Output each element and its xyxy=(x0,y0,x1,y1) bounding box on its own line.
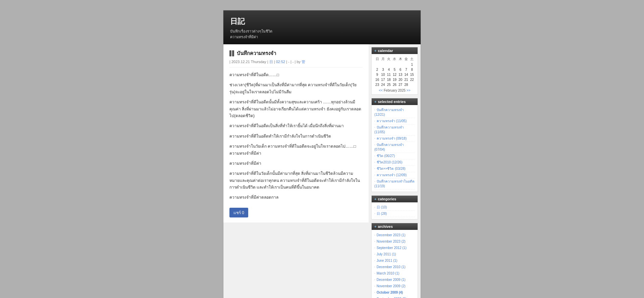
post-category[interactable]: 日 xyxy=(269,60,273,64)
post-para-1: ความทรงจำที่ดีในอดีต……□ xyxy=(229,71,363,78)
archives-widget: + archives December 2023 (1)November 202… xyxy=(371,223,418,298)
calendar-nav: << February 2025 >> xyxy=(374,89,415,92)
selected-entry-link[interactable]: บันทึกความทรงจำ (07/04) xyxy=(374,143,404,151)
selected-entry-link[interactable]: ชีวิต (06/27) xyxy=(377,154,395,158)
post-title: บันทึกความทรงจำ xyxy=(237,49,276,57)
selected-entry-item[interactable]: ความทรงจำ (11/05) xyxy=(374,118,415,125)
selected-entry-item[interactable]: ความทรงจำ (12/09) xyxy=(374,172,415,179)
categories-widget: + categories 日 (10)日 (28) xyxy=(371,195,418,219)
archive-link[interactable]: September 2012 (1) xyxy=(377,246,407,250)
cal-day-cell[interactable]: 26 xyxy=(392,82,397,87)
post-time[interactable]: 02:52 xyxy=(276,60,285,64)
selected-entry-item[interactable]: ชีวิต××ชีวิต (03/28) xyxy=(374,166,415,172)
cal-day-cell[interactable]: 15 xyxy=(409,72,415,77)
archive-item[interactable]: September 2009 (5) xyxy=(374,296,415,298)
post-date: 2023.12.21 Thursday xyxy=(231,60,266,64)
post-icon-bar2 xyxy=(232,50,234,56)
selected-entry-link[interactable]: ความทรงจำ (12/09) xyxy=(377,173,407,177)
archive-item[interactable]: December 2009 (1) xyxy=(374,277,415,283)
archive-link[interactable]: December 2009 (1) xyxy=(377,278,406,282)
cal-day-cell[interactable]: 18 xyxy=(386,77,392,82)
archive-link[interactable]: March 2010 (1) xyxy=(377,271,399,275)
cal-day-cell[interactable]: 17 xyxy=(380,77,386,82)
archive-link[interactable]: November 2009 (2) xyxy=(377,284,406,288)
cal-day-cell[interactable]: 10 xyxy=(380,72,386,77)
calendar-widget: + calendar 日 月 火 水 木 金 xyxy=(371,47,418,95)
selected-entry-item[interactable]: บันทึกความทรงจำในอดีต (11/19) xyxy=(374,179,415,190)
cal-day-cell[interactable]: 13 xyxy=(397,72,403,77)
selected-entries-list: บันทึกความทรงจำ (12/21)ความทรงจำ (11/05)… xyxy=(374,107,415,190)
cal-day-cell[interactable]: 21 xyxy=(403,77,409,82)
post-para-4: ความทรงจำที่ดีในอดีตเป็นสิ่งที่ทำให้เราย… xyxy=(229,122,363,129)
cal-day-cell[interactable]: 28 xyxy=(403,82,409,87)
selected-entry-link[interactable]: ชีวิต××ชีวิต (03/28) xyxy=(377,167,406,170)
archive-link[interactable]: June 2011 (1) xyxy=(377,259,397,262)
archive-item[interactable]: June 2011 (1) xyxy=(374,257,415,264)
archive-item[interactable]: March 2010 (1) xyxy=(374,270,415,277)
cal-day-cell[interactable]: 12 xyxy=(392,72,397,77)
cal-day-cell[interactable]: 23 xyxy=(374,82,380,87)
selected-entry-item[interactable]: ชีวิต (06/27) xyxy=(374,153,415,159)
cal-day-cell[interactable]: 16 xyxy=(374,77,380,82)
cal-day-cell[interactable]: 11 xyxy=(386,72,392,77)
selected-entry-item[interactable]: ความทรงจำ (09/18) xyxy=(374,136,415,142)
selected-entry-link[interactable]: ความทรงจำ (09/18) xyxy=(377,137,407,140)
cal-day-cell[interactable]: 7 xyxy=(403,67,409,72)
selected-entry-link[interactable]: ชีวิต2010 (12/26) xyxy=(377,160,402,164)
selected-entry-item[interactable]: บันทึกความทรงจำ (07/04) xyxy=(374,142,415,153)
post-para-6: ความทรงจำในวัยเด็ก ความทรงจำที่ดีในอดีตจ… xyxy=(229,143,363,157)
cal-day-cell[interactable]: 6 xyxy=(397,67,403,72)
archive-link[interactable]: October 2009 (4) xyxy=(377,291,403,294)
categories-body: 日 (10)日 (28) xyxy=(372,202,418,219)
cal-day-cell[interactable]: 25 xyxy=(386,82,392,87)
cal-day-cell[interactable]: 20 xyxy=(397,77,403,82)
archive-item[interactable]: July 2011 (1) xyxy=(374,251,415,257)
archive-link[interactable]: December 2010 (1) xyxy=(377,265,406,269)
category-link[interactable]: 日 (28) xyxy=(377,212,387,215)
cal-day-cell[interactable]: 3 xyxy=(380,67,386,72)
selected-entry-item[interactable]: บันทึกความทรงจำ (11/05) xyxy=(374,125,415,136)
category-item[interactable]: 日 (28) xyxy=(374,211,415,217)
cal-day-cell[interactable]: 1 xyxy=(409,62,415,67)
post-meta: | 2023.12.21 Thursday | 日 | 02:52 | - | … xyxy=(229,59,363,67)
selected-plus-icon: + xyxy=(374,100,376,104)
cal-day-cell[interactable]: 5 xyxy=(392,67,397,72)
cal-day-cell[interactable]: 27 xyxy=(397,82,403,87)
selected-entry-item[interactable]: ชีวิต2010 (12/26) xyxy=(374,159,415,166)
fb-share-button[interactable]: แชร์ 0 xyxy=(229,208,248,217)
archive-item[interactable]: October 2009 (4) xyxy=(374,289,415,296)
category-link[interactable]: 日 (10) xyxy=(377,205,387,209)
archive-item[interactable]: December 2010 (1) xyxy=(374,264,415,270)
cal-day-cell xyxy=(374,62,380,67)
calendar-prev-link[interactable]: << xyxy=(379,89,383,92)
category-item[interactable]: 日 (10) xyxy=(374,204,415,211)
cal-day-cell[interactable]: 2 xyxy=(374,67,380,72)
archive-item[interactable]: November 2009 (2) xyxy=(374,283,415,289)
selected-entry-link[interactable]: บันทึกความทรงจำ (11/05) xyxy=(374,126,404,134)
post-title-bar: บันทึกความทรงจำ xyxy=(229,49,363,57)
selected-entry-link[interactable]: บันทึกความทรงจำ (12/21) xyxy=(374,108,404,116)
selected-entry-link[interactable]: ความทรงจำ (11/05) xyxy=(377,119,407,123)
main-layout: บันทึกความทรงจำ | 2023.12.21 Thursday | … xyxy=(223,44,421,298)
cal-day-cell[interactable]: 22 xyxy=(409,77,415,82)
categories-list: 日 (10)日 (28) xyxy=(374,204,415,217)
calendar-next-link[interactable]: >> xyxy=(407,89,411,92)
post-body: ความทรงจำที่ดีในอดีต……□ ช่วงเวลา(ชีวิต)ท… xyxy=(229,71,363,201)
site-subtitle2: ความทรงจำที่มีค่า xyxy=(230,34,414,40)
post-author[interactable]: 管 xyxy=(302,60,305,64)
post-para-8: ความทรงจำที่ดีในวัยเด็กนั้นมีค่ามากที่สุ… xyxy=(229,170,363,191)
archive-item[interactable]: December 2023 (1) xyxy=(374,232,415,238)
cal-day-cell[interactable]: 9 xyxy=(374,72,380,77)
cal-day-cell[interactable]: 14 xyxy=(403,72,409,77)
archive-item[interactable]: November 2023 (2) xyxy=(374,238,415,245)
archive-item[interactable]: September 2012 (1) xyxy=(374,245,415,251)
selected-entry-item[interactable]: บันทึกความทรงจำ (12/21) xyxy=(374,107,415,118)
cal-day-cell[interactable]: 19 xyxy=(392,77,397,82)
selected-entry-link[interactable]: บันทึกความทรงจำในอดีต (11/19) xyxy=(374,180,415,188)
archive-link[interactable]: July 2011 (1) xyxy=(377,252,396,256)
archive-link[interactable]: November 2023 (2) xyxy=(377,240,406,243)
cal-day-cell[interactable]: 4 xyxy=(386,67,392,72)
archive-link[interactable]: December 2023 (1) xyxy=(377,233,406,237)
cal-day-cell[interactable]: 24 xyxy=(380,82,386,87)
cal-day-cell[interactable]: 8 xyxy=(409,67,415,72)
